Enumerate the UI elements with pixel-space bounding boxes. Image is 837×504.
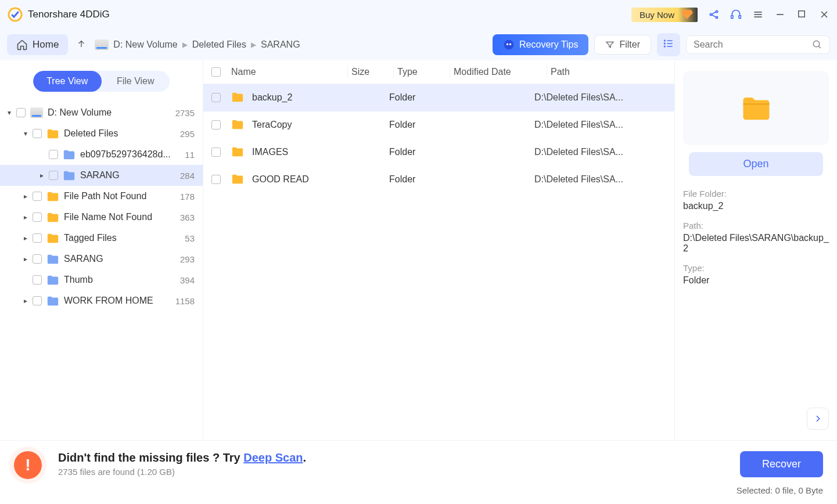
breadcrumb-item[interactable]: Deleted Files bbox=[192, 39, 246, 50]
row-checkbox[interactable] bbox=[211, 120, 221, 129]
row-name: GOOD READ bbox=[231, 173, 347, 186]
gem-icon bbox=[681, 9, 693, 20]
expander-icon[interactable]: ▸ bbox=[21, 255, 30, 263]
expander-icon[interactable]: ▾ bbox=[21, 129, 30, 138]
tab-tree-view[interactable]: Tree View bbox=[33, 71, 102, 92]
breadcrumb: D: New Volume ▶ Deleted Files ▶ SARANG bbox=[95, 39, 300, 50]
tree-checkbox[interactable] bbox=[33, 275, 42, 285]
share-icon[interactable] bbox=[708, 9, 720, 20]
row-checkbox[interactable] bbox=[211, 175, 221, 184]
meta-path-value: D:\Deleted Files\SARANG\backup_2 bbox=[683, 233, 829, 254]
col-name[interactable]: Name bbox=[231, 67, 347, 77]
svg-point-15 bbox=[664, 40, 666, 41]
breadcrumb-item[interactable]: D: New Volume bbox=[113, 39, 177, 50]
buy-now-button[interactable]: Buy Now bbox=[631, 8, 698, 22]
table-row[interactable]: backup_2FolderD:\Deleted Files\SA... bbox=[203, 84, 674, 111]
tree-item[interactable]: Thumb394 bbox=[0, 269, 203, 290]
tree-checkbox[interactable] bbox=[49, 150, 58, 159]
col-path[interactable]: Path bbox=[551, 67, 666, 77]
tree-item[interactable]: ▸File Name Not Found363 bbox=[0, 207, 203, 228]
expander-icon[interactable]: ▸ bbox=[21, 192, 30, 200]
chevron-right-icon: ▶ bbox=[182, 41, 188, 49]
tree-checkbox[interactable] bbox=[16, 108, 26, 117]
search-input[interactable] bbox=[694, 39, 812, 50]
table-header: Name Size Type Modified Date Path bbox=[203, 60, 674, 84]
tree-item[interactable]: ▸WORK FROM HOME1158 bbox=[0, 290, 203, 311]
list-icon bbox=[663, 38, 674, 49]
tree-count: 284 bbox=[180, 171, 195, 181]
minimize-icon[interactable] bbox=[774, 9, 786, 20]
table-row[interactable]: IMAGESFolderD:\Deleted Files\SA... bbox=[203, 139, 674, 166]
expander-icon[interactable]: ▸ bbox=[21, 297, 30, 305]
tree-label: Deleted Files bbox=[64, 128, 177, 139]
warning-icon: ! bbox=[14, 451, 42, 479]
headset-icon[interactable] bbox=[730, 9, 742, 20]
tree-checkbox[interactable] bbox=[33, 129, 42, 138]
maximize-icon[interactable] bbox=[796, 9, 808, 20]
tree-item[interactable]: ▾Deleted Files295 bbox=[0, 123, 203, 144]
breadcrumb-item[interactable]: SARANG bbox=[261, 39, 300, 50]
table-row[interactable]: GOOD READFolderD:\Deleted Files\SA... bbox=[203, 166, 674, 193]
sidebar: Tree View File View ▾D: New Volume2735▾D… bbox=[0, 60, 203, 440]
tree-item[interactable]: eb097b529736428d...11 bbox=[0, 144, 203, 165]
svg-point-21 bbox=[813, 41, 820, 47]
tree-label: File Name Not Found bbox=[64, 212, 177, 222]
up-arrow-button[interactable] bbox=[74, 36, 89, 53]
tree-label: SARANG bbox=[80, 170, 177, 181]
folder-icon bbox=[63, 170, 76, 181]
deep-scan-link[interactable]: Deep Scan bbox=[243, 451, 303, 464]
home-button[interactable]: Home bbox=[7, 34, 68, 55]
search-box[interactable] bbox=[686, 35, 830, 54]
expander-icon[interactable]: ▸ bbox=[37, 171, 46, 179]
tree-checkbox[interactable] bbox=[33, 233, 42, 243]
tree-label: D: New Volume bbox=[48, 107, 172, 118]
recovery-tips-button[interactable]: Recovery Tips bbox=[493, 34, 588, 55]
meta-type-value: Folder bbox=[683, 275, 829, 286]
tree-checkbox[interactable] bbox=[33, 213, 42, 222]
row-path: D:\Deleted Files\SA... bbox=[534, 174, 666, 185]
tree-item[interactable]: ▸SARANG284 bbox=[0, 165, 203, 186]
row-checkbox[interactable] bbox=[211, 147, 221, 157]
tree-count: 295 bbox=[180, 129, 195, 139]
svg-point-2 bbox=[716, 16, 717, 18]
row-checkbox[interactable] bbox=[211, 93, 221, 102]
close-icon[interactable] bbox=[818, 9, 830, 20]
app-title: Tenorshare 4DDiG bbox=[28, 9, 110, 20]
tree-count: 178 bbox=[180, 192, 195, 201]
preview-thumbnail bbox=[683, 71, 829, 145]
tree-checkbox[interactable] bbox=[33, 296, 42, 305]
tree-item[interactable]: ▸SARANG293 bbox=[0, 249, 203, 269]
tree-item[interactable]: ▸Tagged Files53 bbox=[0, 228, 203, 249]
folder-large-icon bbox=[741, 94, 772, 122]
col-mod[interactable]: Modified Date bbox=[454, 67, 547, 77]
collapse-panel-button[interactable] bbox=[807, 408, 829, 430]
svg-rect-3 bbox=[731, 16, 733, 19]
open-button[interactable]: Open bbox=[689, 152, 823, 176]
expander-icon[interactable]: ▸ bbox=[21, 234, 30, 242]
row-path: D:\Deleted Files\SA... bbox=[534, 92, 666, 103]
folder-icon bbox=[231, 118, 245, 131]
footer-sub: 2735 files are found (1.20 GB) bbox=[58, 467, 306, 477]
filter-button[interactable]: Filter bbox=[594, 35, 651, 55]
folder-icon bbox=[231, 91, 245, 104]
tree-item[interactable]: ▸File Path Not Found178 bbox=[0, 186, 203, 207]
menu-icon[interactable] bbox=[752, 9, 764, 20]
tree-checkbox[interactable] bbox=[33, 192, 42, 201]
tree-label: File Path Not Found bbox=[64, 191, 177, 201]
tree-checkbox[interactable] bbox=[33, 254, 42, 264]
col-size[interactable]: Size bbox=[351, 67, 393, 77]
expander-icon[interactable]: ▾ bbox=[5, 109, 14, 117]
tree-count: 394 bbox=[180, 275, 195, 285]
tree-item[interactable]: ▾D: New Volume2735 bbox=[0, 102, 203, 123]
select-all-checkbox[interactable] bbox=[211, 67, 221, 77]
col-type[interactable]: Type bbox=[397, 67, 450, 77]
row-name: IMAGES bbox=[231, 146, 347, 159]
list-mode-button[interactable] bbox=[657, 33, 680, 56]
search-icon bbox=[812, 39, 822, 50]
chevron-right-icon bbox=[813, 414, 822, 423]
recover-button[interactable]: Recover bbox=[740, 451, 823, 477]
tree-checkbox[interactable] bbox=[49, 171, 58, 180]
table-row[interactable]: TeraCopyFolderD:\Deleted Files\SA... bbox=[203, 111, 674, 139]
tab-file-view[interactable]: File View bbox=[102, 71, 170, 92]
expander-icon[interactable]: ▸ bbox=[21, 213, 30, 221]
